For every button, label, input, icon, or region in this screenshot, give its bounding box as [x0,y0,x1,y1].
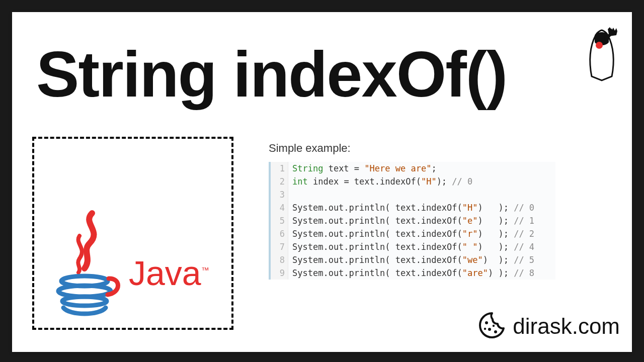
java-word-text: Java [129,254,201,292]
code-content: System.out.println( text.indexOf("are") … [288,266,534,280]
code-line: 8System.out.println( text.indexOf("we") … [271,253,555,266]
code-line: 7System.out.println( text.indexOf(" ") )… [271,240,555,253]
line-number: 3 [271,188,288,201]
brand-text: dirask.com [513,314,620,339]
svg-point-0 [596,42,603,49]
line-number: 7 [271,240,288,253]
code-content: String text = "Here we are"; [288,162,437,175]
example-caption: Simple example: [269,142,351,155]
line-number: 4 [271,201,288,214]
svg-point-4 [485,321,488,324]
code-content: System.out.println( text.indexOf("we") )… [288,253,534,266]
line-number: 8 [271,253,288,266]
java-logo-icon: Java™ [64,208,205,319]
code-line: 6System.out.println( text.indexOf("r") )… [271,227,555,240]
svg-point-5 [488,328,491,331]
code-content: System.out.println( text.indexOf(" ") );… [288,240,534,253]
code-block: 1String text = "Here we are";2int index … [269,162,555,280]
code-line: 9System.out.println( text.indexOf("are")… [271,266,555,280]
code-content: int index = text.indexOf("H"); // 0 [288,175,472,188]
line-number: 1 [271,162,288,175]
code-line: 4System.out.println( text.indexOf("H") )… [271,201,555,214]
code-line: 1String text = "Here we are"; [271,162,555,175]
line-number: 2 [271,175,288,188]
line-number: 9 [271,266,288,280]
code-content: System.out.println( text.indexOf("e") );… [288,214,534,227]
code-content: System.out.println( text.indexOf("H") );… [288,201,534,214]
java-duke-icon [586,26,618,81]
svg-point-3 [62,297,107,306]
code-line: 5System.out.println( text.indexOf("e") )… [271,214,555,227]
java-wordmark: Java™ [129,253,209,293]
line-number: 5 [271,214,288,227]
brand: dirask.com [478,312,620,341]
java-tm: ™ [201,266,209,275]
code-line: 2int index = text.indexOf("H"); // 0 [271,175,555,188]
line-number: 6 [271,227,288,240]
code-line: 3 [271,188,555,201]
svg-point-6 [494,330,497,333]
java-logo-box: Java™ [32,137,233,330]
svg-point-8 [493,325,495,327]
page-title: String indexOf() [36,42,507,107]
svg-point-7 [484,328,486,330]
code-content: System.out.println( text.indexOf("r") );… [288,227,534,240]
slide-canvas: String indexOf() [12,12,632,352]
cookie-icon [478,312,506,341]
code-content [288,188,297,201]
